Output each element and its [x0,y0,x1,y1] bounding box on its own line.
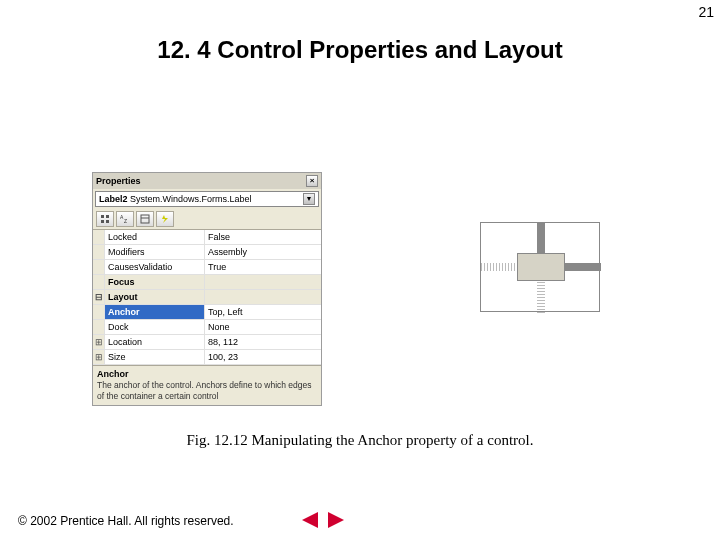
property-name: CausesValidatio [105,260,205,274]
object-selector[interactable]: Label2 System.Windows.Forms.Label ▼ [95,191,319,207]
description-text: The anchor of the control. Anchors defin… [97,380,317,402]
anchor-editor[interactable] [480,222,600,312]
anchor-top-bar[interactable] [537,223,545,253]
description-name: Anchor [97,369,317,379]
expand-icon[interactable]: ⊟ [93,290,105,304]
anchor-bottom-bar[interactable] [537,281,545,313]
prev-arrow-icon[interactable] [300,510,320,530]
expand-icon[interactable] [93,305,105,319]
expand-icon[interactable] [93,260,105,274]
expand-icon[interactable] [93,320,105,334]
anchor-center-box [517,253,565,281]
next-arrow-icon[interactable] [326,510,346,530]
property-row[interactable]: ⊞Size100, 23 [93,350,321,365]
property-value[interactable]: None [205,320,321,334]
property-name: Size [105,350,205,364]
property-value[interactable]: 100, 23 [205,350,321,364]
properties-titlebar: Properties × [93,173,321,189]
property-value[interactable]: True [205,260,321,274]
svg-marker-8 [162,215,168,223]
copyright-text: © 2002 Prentice Hall. All rights reserve… [18,514,234,528]
svg-rect-1 [101,220,104,223]
properties-grid[interactable]: LockedFalseModifiersAssemblyCausesValida… [93,230,321,365]
svg-rect-6 [141,215,149,223]
nav-arrows [300,510,346,530]
svg-text:Z: Z [124,218,127,224]
property-row[interactable]: AnchorTop, Left [93,305,321,320]
property-value[interactable]: Assembly [205,245,321,259]
property-row[interactable]: DockNone [93,320,321,335]
property-row[interactable]: LockedFalse [93,230,321,245]
description-pane: Anchor The anchor of the control. Anchor… [93,365,321,405]
page-number: 21 [698,4,714,20]
expand-icon[interactable] [93,245,105,259]
property-name: Locked [105,230,205,244]
anchor-left-bar[interactable] [481,263,517,271]
expand-icon[interactable] [93,275,105,289]
property-category[interactable]: ⊟Layout [93,290,321,305]
properties-icon[interactable] [136,211,154,227]
svg-marker-9 [302,512,318,528]
property-value[interactable] [205,275,321,289]
svg-rect-0 [101,215,104,218]
property-name: Layout [105,290,205,304]
slide-title: 12. 4 Control Properties and Layout [0,36,720,64]
properties-toolbar: AZ [93,209,321,230]
property-name: Dock [105,320,205,334]
property-name: Modifiers [105,245,205,259]
chevron-down-icon[interactable]: ▼ [303,193,315,205]
property-row[interactable]: ⊞Location88, 112 [93,335,321,350]
property-value[interactable]: False [205,230,321,244]
property-name: Anchor [105,305,205,319]
events-icon[interactable] [156,211,174,227]
alphabetical-icon[interactable]: AZ [116,211,134,227]
object-selector-text: Label2 System.Windows.Forms.Label [99,194,252,204]
categorized-icon[interactable] [96,211,114,227]
properties-title: Properties [96,176,141,186]
properties-panel: Properties × Label2 System.Windows.Forms… [92,172,322,406]
anchor-right-bar[interactable] [565,263,601,271]
svg-rect-3 [106,220,109,223]
figure-caption: Fig. 12.12 Manipulating the Anchor prope… [0,432,720,449]
property-value[interactable] [205,290,321,304]
expand-icon[interactable]: ⊞ [93,350,105,364]
close-icon[interactable]: × [306,175,318,187]
property-value[interactable]: Top, Left [205,305,321,319]
svg-marker-10 [328,512,344,528]
expand-icon[interactable] [93,230,105,244]
expand-icon[interactable]: ⊞ [93,335,105,349]
property-row[interactable]: ModifiersAssembly [93,245,321,260]
property-category[interactable]: Focus [93,275,321,290]
svg-rect-2 [106,215,109,218]
property-name: Location [105,335,205,349]
property-row[interactable]: CausesValidatioTrue [93,260,321,275]
property-name: Focus [105,275,205,289]
property-value[interactable]: 88, 112 [205,335,321,349]
